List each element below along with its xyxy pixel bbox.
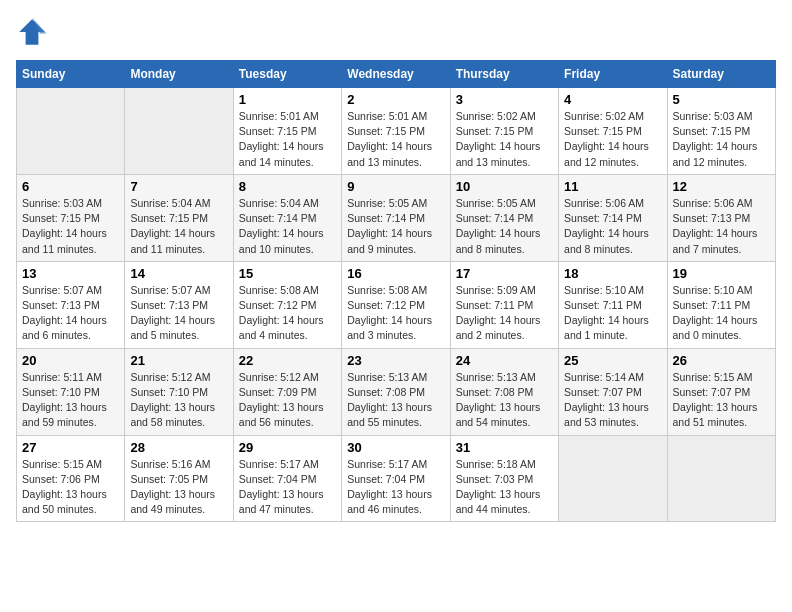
calendar-cell: 2Sunrise: 5:01 AM Sunset: 7:15 PM Daylig… — [342, 88, 450, 175]
day-info: Sunrise: 5:02 AM Sunset: 7:15 PM Dayligh… — [564, 109, 661, 170]
calendar-cell: 29Sunrise: 5:17 AM Sunset: 7:04 PM Dayli… — [233, 435, 341, 522]
calendar-cell: 5Sunrise: 5:03 AM Sunset: 7:15 PM Daylig… — [667, 88, 775, 175]
day-number: 24 — [456, 353, 553, 368]
calendar-week-row: 13Sunrise: 5:07 AM Sunset: 7:13 PM Dayli… — [17, 261, 776, 348]
weekday-header: Thursday — [450, 61, 558, 88]
day-info: Sunrise: 5:04 AM Sunset: 7:15 PM Dayligh… — [130, 196, 227, 257]
day-info: Sunrise: 5:01 AM Sunset: 7:15 PM Dayligh… — [347, 109, 444, 170]
day-info: Sunrise: 5:17 AM Sunset: 7:04 PM Dayligh… — [347, 457, 444, 518]
day-info: Sunrise: 5:13 AM Sunset: 7:08 PM Dayligh… — [456, 370, 553, 431]
day-info: Sunrise: 5:03 AM Sunset: 7:15 PM Dayligh… — [673, 109, 770, 170]
calendar-cell: 22Sunrise: 5:12 AM Sunset: 7:09 PM Dayli… — [233, 348, 341, 435]
day-number: 22 — [239, 353, 336, 368]
calendar-cell: 30Sunrise: 5:17 AM Sunset: 7:04 PM Dayli… — [342, 435, 450, 522]
day-info: Sunrise: 5:12 AM Sunset: 7:09 PM Dayligh… — [239, 370, 336, 431]
day-info: Sunrise: 5:05 AM Sunset: 7:14 PM Dayligh… — [347, 196, 444, 257]
day-info: Sunrise: 5:03 AM Sunset: 7:15 PM Dayligh… — [22, 196, 119, 257]
weekday-header: Monday — [125, 61, 233, 88]
calendar-cell: 20Sunrise: 5:11 AM Sunset: 7:10 PM Dayli… — [17, 348, 125, 435]
calendar-cell: 3Sunrise: 5:02 AM Sunset: 7:15 PM Daylig… — [450, 88, 558, 175]
logo — [16, 16, 52, 48]
day-number: 29 — [239, 440, 336, 455]
day-number: 17 — [456, 266, 553, 281]
calendar-cell: 23Sunrise: 5:13 AM Sunset: 7:08 PM Dayli… — [342, 348, 450, 435]
day-info: Sunrise: 5:07 AM Sunset: 7:13 PM Dayligh… — [130, 283, 227, 344]
calendar-cell: 31Sunrise: 5:18 AM Sunset: 7:03 PM Dayli… — [450, 435, 558, 522]
weekday-header: Sunday — [17, 61, 125, 88]
day-number: 2 — [347, 92, 444, 107]
weekday-header: Friday — [559, 61, 667, 88]
calendar-cell: 19Sunrise: 5:10 AM Sunset: 7:11 PM Dayli… — [667, 261, 775, 348]
day-number: 9 — [347, 179, 444, 194]
day-info: Sunrise: 5:13 AM Sunset: 7:08 PM Dayligh… — [347, 370, 444, 431]
day-info: Sunrise: 5:15 AM Sunset: 7:06 PM Dayligh… — [22, 457, 119, 518]
day-number: 27 — [22, 440, 119, 455]
day-number: 4 — [564, 92, 661, 107]
day-info: Sunrise: 5:11 AM Sunset: 7:10 PM Dayligh… — [22, 370, 119, 431]
day-info: Sunrise: 5:05 AM Sunset: 7:14 PM Dayligh… — [456, 196, 553, 257]
day-number: 26 — [673, 353, 770, 368]
day-info: Sunrise: 5:16 AM Sunset: 7:05 PM Dayligh… — [130, 457, 227, 518]
day-info: Sunrise: 5:18 AM Sunset: 7:03 PM Dayligh… — [456, 457, 553, 518]
calendar-week-row: 6Sunrise: 5:03 AM Sunset: 7:15 PM Daylig… — [17, 174, 776, 261]
calendar-cell: 1Sunrise: 5:01 AM Sunset: 7:15 PM Daylig… — [233, 88, 341, 175]
day-number: 12 — [673, 179, 770, 194]
day-info: Sunrise: 5:08 AM Sunset: 7:12 PM Dayligh… — [239, 283, 336, 344]
day-info: Sunrise: 5:06 AM Sunset: 7:14 PM Dayligh… — [564, 196, 661, 257]
calendar-cell — [17, 88, 125, 175]
calendar-cell: 8Sunrise: 5:04 AM Sunset: 7:14 PM Daylig… — [233, 174, 341, 261]
day-number: 1 — [239, 92, 336, 107]
day-number: 3 — [456, 92, 553, 107]
day-info: Sunrise: 5:09 AM Sunset: 7:11 PM Dayligh… — [456, 283, 553, 344]
day-info: Sunrise: 5:08 AM Sunset: 7:12 PM Dayligh… — [347, 283, 444, 344]
day-number: 6 — [22, 179, 119, 194]
day-number: 15 — [239, 266, 336, 281]
page-header — [16, 16, 776, 48]
day-info: Sunrise: 5:10 AM Sunset: 7:11 PM Dayligh… — [564, 283, 661, 344]
calendar-cell — [667, 435, 775, 522]
calendar-cell: 16Sunrise: 5:08 AM Sunset: 7:12 PM Dayli… — [342, 261, 450, 348]
day-number: 28 — [130, 440, 227, 455]
day-number: 14 — [130, 266, 227, 281]
calendar-cell: 13Sunrise: 5:07 AM Sunset: 7:13 PM Dayli… — [17, 261, 125, 348]
day-number: 21 — [130, 353, 227, 368]
calendar-cell: 28Sunrise: 5:16 AM Sunset: 7:05 PM Dayli… — [125, 435, 233, 522]
day-number: 5 — [673, 92, 770, 107]
weekday-header-row: SundayMondayTuesdayWednesdayThursdayFrid… — [17, 61, 776, 88]
calendar-week-row: 1Sunrise: 5:01 AM Sunset: 7:15 PM Daylig… — [17, 88, 776, 175]
calendar-cell: 24Sunrise: 5:13 AM Sunset: 7:08 PM Dayli… — [450, 348, 558, 435]
day-info: Sunrise: 5:17 AM Sunset: 7:04 PM Dayligh… — [239, 457, 336, 518]
day-number: 8 — [239, 179, 336, 194]
day-number: 18 — [564, 266, 661, 281]
day-number: 31 — [456, 440, 553, 455]
calendar-cell: 10Sunrise: 5:05 AM Sunset: 7:14 PM Dayli… — [450, 174, 558, 261]
calendar-table: SundayMondayTuesdayWednesdayThursdayFrid… — [16, 60, 776, 522]
day-number: 30 — [347, 440, 444, 455]
day-info: Sunrise: 5:01 AM Sunset: 7:15 PM Dayligh… — [239, 109, 336, 170]
calendar-cell: 27Sunrise: 5:15 AM Sunset: 7:06 PM Dayli… — [17, 435, 125, 522]
calendar-cell: 11Sunrise: 5:06 AM Sunset: 7:14 PM Dayli… — [559, 174, 667, 261]
weekday-header: Wednesday — [342, 61, 450, 88]
weekday-header: Tuesday — [233, 61, 341, 88]
weekday-header: Saturday — [667, 61, 775, 88]
day-number: 16 — [347, 266, 444, 281]
calendar-week-row: 27Sunrise: 5:15 AM Sunset: 7:06 PM Dayli… — [17, 435, 776, 522]
calendar-cell: 6Sunrise: 5:03 AM Sunset: 7:15 PM Daylig… — [17, 174, 125, 261]
day-number: 19 — [673, 266, 770, 281]
day-number: 11 — [564, 179, 661, 194]
calendar-cell — [125, 88, 233, 175]
day-info: Sunrise: 5:14 AM Sunset: 7:07 PM Dayligh… — [564, 370, 661, 431]
day-info: Sunrise: 5:15 AM Sunset: 7:07 PM Dayligh… — [673, 370, 770, 431]
calendar-cell: 26Sunrise: 5:15 AM Sunset: 7:07 PM Dayli… — [667, 348, 775, 435]
day-number: 13 — [22, 266, 119, 281]
calendar-cell: 4Sunrise: 5:02 AM Sunset: 7:15 PM Daylig… — [559, 88, 667, 175]
calendar-cell: 17Sunrise: 5:09 AM Sunset: 7:11 PM Dayli… — [450, 261, 558, 348]
calendar-cell: 25Sunrise: 5:14 AM Sunset: 7:07 PM Dayli… — [559, 348, 667, 435]
day-number: 7 — [130, 179, 227, 194]
day-info: Sunrise: 5:10 AM Sunset: 7:11 PM Dayligh… — [673, 283, 770, 344]
day-info: Sunrise: 5:04 AM Sunset: 7:14 PM Dayligh… — [239, 196, 336, 257]
calendar-week-row: 20Sunrise: 5:11 AM Sunset: 7:10 PM Dayli… — [17, 348, 776, 435]
day-info: Sunrise: 5:06 AM Sunset: 7:13 PM Dayligh… — [673, 196, 770, 257]
day-info: Sunrise: 5:12 AM Sunset: 7:10 PM Dayligh… — [130, 370, 227, 431]
calendar-cell: 18Sunrise: 5:10 AM Sunset: 7:11 PM Dayli… — [559, 261, 667, 348]
